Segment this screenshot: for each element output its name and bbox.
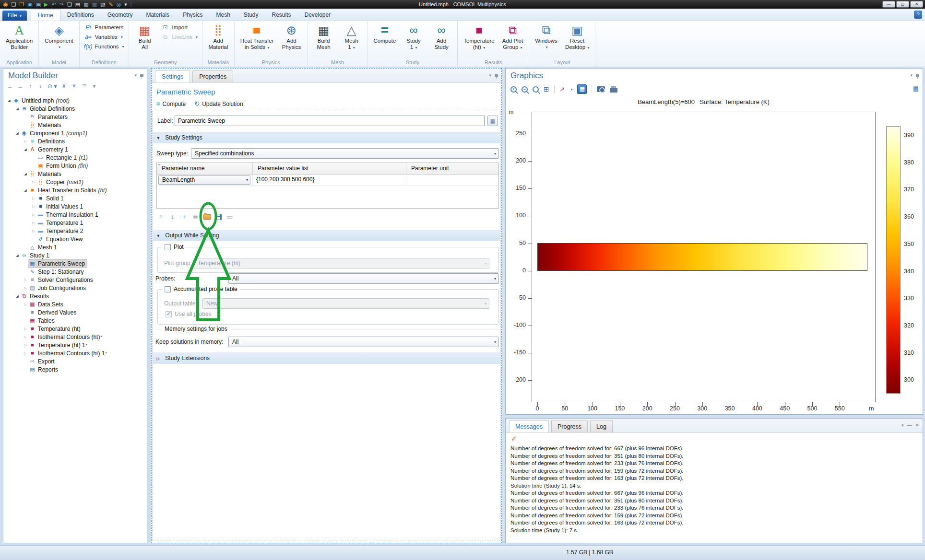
variables-button[interactable]: a=Variables▾ (82, 33, 126, 41)
tree-expand-icon[interactable]: ◢ (6, 99, 12, 103)
tree-item-parametric-sweep[interactable]: ▦Parametric Sweep (3, 259, 147, 268)
close-button[interactable]: ✕ (910, 1, 923, 8)
tree-expand-icon[interactable]: ▷ (31, 180, 36, 184)
tree-expand-icon[interactable]: ◢ (14, 294, 20, 298)
load-file-icon[interactable] (203, 214, 211, 220)
tree-item-temperature-1[interactable]: ▷▬Temperature 1 (3, 219, 147, 227)
tab-home[interactable]: Home (31, 10, 60, 21)
save-file-icon[interactable] (215, 214, 222, 220)
component-button[interactable]: ◈Component▾ (41, 21, 76, 59)
zoom-box-icon[interactable] (533, 86, 539, 93)
plot-checkbox[interactable] (165, 244, 171, 250)
col-parameter-unit[interactable]: Parameter unit (406, 163, 498, 174)
move-up-icon[interactable]: ↑ (157, 213, 165, 221)
save-as-icon[interactable]: ▣ (36, 1, 41, 8)
tree-item-global-definitions[interactable]: ◢⊕Global Definitions (3, 105, 147, 113)
tree-item-rectangle-1[interactable]: ▭Rectangle 1(r1) (3, 153, 147, 162)
pin-icon[interactable] (495, 74, 498, 77)
tree-expand-icon[interactable]: ◢ (14, 254, 20, 257)
tree-item-temperature-2[interactable]: ▷▬Temperature 2 (3, 227, 147, 235)
tree-expand-icon[interactable]: ▷ (23, 351, 28, 355)
tree-expand-icon[interactable]: ▷ (23, 303, 28, 306)
tree-item-job-configurations[interactable]: ▷▤Job Configurations (3, 284, 147, 292)
tree-expand-icon[interactable]: ◢ (14, 107, 20, 111)
copy-icon[interactable]: ❏ (67, 1, 72, 8)
update-solution-action[interactable]: ↻ Update Solution (194, 100, 243, 107)
label-table-button[interactable]: ▦ (487, 116, 498, 126)
messages-tab-log[interactable]: Log (590, 420, 613, 432)
model-tree-options-icon[interactable]: ≣ (81, 83, 87, 90)
temperature-plot-button[interactable]: ■Temperature(ht) ▾ (460, 21, 498, 59)
tree-expand-icon[interactable]: ▷ (23, 327, 28, 331)
tree-item-form-union[interactable]: ▣Form Union(fin) (3, 162, 147, 170)
minimize-button[interactable]: — (882, 1, 895, 8)
undo-icon[interactable]: ↶ (52, 1, 56, 8)
functions-button[interactable]: f(x)Functions▾ (82, 43, 126, 50)
tree-item-isothermal-contours-ht-[interactable]: ▷■Isothermal Contours (ht)* (3, 333, 147, 341)
add-study-button[interactable]: ∞AddStudy (428, 21, 455, 59)
chevron-down-icon[interactable]: ▾ (910, 73, 913, 78)
messages-tab-messages[interactable]: Messages (509, 420, 549, 432)
help-button[interactable]: ? (914, 11, 922, 19)
parameter-value-cell[interactable]: {100 200 300 500 600} (253, 175, 406, 186)
tree-item-heat-transfer-in-solids[interactable]: ◢■Heat Transfer in Solids(ht) (3, 186, 147, 194)
tree-item-results[interactable]: ◢⧉Results (3, 292, 147, 300)
pin-icon[interactable] (140, 74, 143, 77)
build-mesh-button[interactable]: ▦BuildMesh (310, 21, 337, 59)
build-all-button[interactable]: ▦BuildAll (131, 21, 158, 59)
tab-physics[interactable]: Physics (176, 10, 209, 21)
paste-icon[interactable]: ▤ (75, 1, 80, 8)
add-physics-button[interactable]: ⊛AddPhysics (278, 21, 305, 59)
label-field-input[interactable]: Parametric Sweep (175, 116, 485, 126)
tab-results[interactable]: Results (265, 10, 298, 21)
tree-expand-icon[interactable]: ▷ (23, 278, 28, 282)
tree-item-temperature-ht-1[interactable]: ▷■Temperature (ht) 1* (3, 341, 147, 349)
plot-canvas[interactable]: BeamLength(5)=600 Surface: Temperature (… (506, 96, 923, 414)
tab-definitions[interactable]: Definitions (60, 10, 101, 21)
chevron-down-icon[interactable]: ▾ (489, 73, 491, 78)
compute-action[interactable]: = Compute (156, 100, 186, 107)
tree-expand-icon[interactable]: ◢ (23, 172, 28, 176)
tree-item-solver-configurations[interactable]: ▷≋Solver Configurations (3, 276, 147, 284)
reset-desktop-button[interactable]: ▣ResetDesktop ▾ (562, 21, 593, 59)
open-file-icon[interactable]: ❒ (19, 1, 24, 8)
parameter-unit-cell[interactable] (406, 175, 498, 186)
tree-item-equation-view[interactable]: ∂Equation View (3, 235, 147, 243)
maximize-button[interactable]: ▢ (896, 1, 909, 8)
tree-item-derived-values[interactable]: ≡Derived Values (3, 308, 147, 316)
tree-expand-icon[interactable]: ▷ (31, 229, 36, 233)
file-menu-button[interactable]: File ▾ (2, 11, 27, 21)
tree-item-definitions[interactable]: ▷≡Definitions (3, 137, 147, 145)
chevron-down-icon[interactable]: ▾ (901, 423, 904, 428)
tree-item-geometry-1[interactable]: ◢ΛGeometry 1 (3, 145, 147, 153)
redo-icon[interactable]: ↷ (59, 1, 64, 8)
heat-transfer-button[interactable]: ■Heat Transferin Solids ▾ (237, 21, 277, 59)
tab-mesh[interactable]: Mesh (209, 10, 237, 21)
close-panel-icon[interactable]: ✕ (915, 422, 919, 428)
tree-item-materials[interactable]: ◢⣿Materials (3, 170, 147, 178)
axis-orientation-icon[interactable]: ↗ (559, 85, 565, 93)
col-parameter-name[interactable]: Parameter name (157, 163, 253, 174)
study-settings-section-header[interactable]: ▼ Study Settings (153, 132, 500, 143)
image-snapshot-icon[interactable]: ▤ (913, 85, 919, 92)
collapse-all-icon[interactable]: ⊼ (61, 83, 67, 90)
tree-item-temperature-ht-[interactable]: ▷■Temperature (ht) (3, 325, 147, 333)
move-down-icon[interactable]: ↓ (169, 213, 176, 221)
tree-item-study-1[interactable]: ◢∞Study 1 (3, 251, 147, 259)
camera-icon[interactable] (597, 86, 605, 92)
move-down-icon[interactable]: ↓ (37, 83, 43, 90)
more-icon[interactable]: ▾ (124, 1, 127, 8)
mesh-1-button[interactable]: △Mesh1 ▾ (338, 21, 365, 59)
settings-tab-settings[interactable]: Settings (155, 70, 190, 82)
study-1-button[interactable]: ∞Study1 ▾ (400, 21, 427, 59)
tab-geometry[interactable]: Geometry (101, 10, 140, 21)
new-file-icon[interactable]: ❏ (11, 1, 16, 8)
select-icon[interactable]: ▧ (100, 1, 105, 8)
delete-icon[interactable]: ▥ (92, 1, 97, 8)
zoom-extents-icon[interactable]: ⊞ (544, 85, 549, 93)
find-icon[interactable]: ◎ (117, 1, 121, 8)
show-icon[interactable]: ⊙ ▾ (47, 83, 57, 90)
clear-messages-icon[interactable]: ✎ (510, 436, 518, 441)
tree-expand-icon[interactable]: ▷ (23, 140, 28, 143)
tree-expand-icon[interactable]: ▷ (31, 213, 36, 217)
